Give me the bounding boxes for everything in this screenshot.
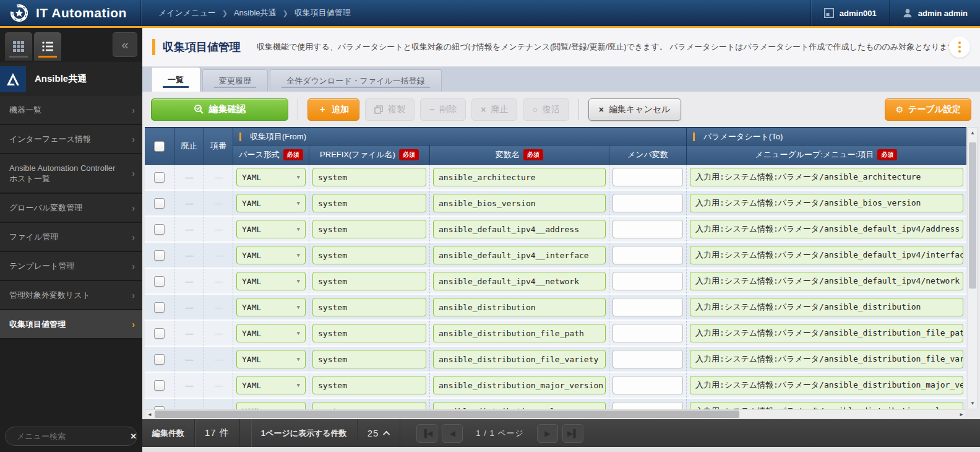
parse-format-select[interactable]: YAML ▼ — [236, 246, 306, 264]
parse-format-select[interactable]: YAML ▼ — [236, 350, 306, 368]
parse-format-select[interactable]: YAML ▼ — [236, 272, 306, 290]
row-checkbox[interactable] — [154, 302, 165, 313]
workspace-selector[interactable]: admin001 — [810, 0, 889, 26]
member-variable-input[interactable] — [612, 324, 683, 342]
parse-format-select[interactable]: YAML ▼ — [236, 324, 306, 342]
menu-search-input[interactable] — [17, 432, 126, 441]
sidebar-item[interactable]: 収集項目値管理 › — [0, 310, 142, 339]
parse-format-select[interactable]: YAML ▼ — [236, 168, 306, 186]
member-variable-input[interactable] — [612, 194, 683, 212]
parse-format-select[interactable]: YAML ▼ — [236, 194, 306, 212]
prefix-input[interactable]: system — [312, 298, 426, 316]
horizontal-scrollbar-thumb[interactable] — [155, 411, 739, 418]
member-variable-input[interactable] — [612, 168, 683, 186]
sidebar-item[interactable]: 機器一覧 › — [0, 96, 142, 125]
prefix-input[interactable]: system — [312, 402, 426, 409]
parameter-sheet-select[interactable]: 入力用:システム情報:パラメータ/ansible_default_ipv4/in… — [690, 246, 963, 264]
row-checkbox[interactable] — [154, 276, 165, 287]
parameter-sheet-select[interactable]: 入力用:システム情報:パラメータ/ansible_distribution — [690, 298, 963, 316]
parameter-sheet-select[interactable]: 入力用:システム情報:パラメータ/ansible_bios_version — [690, 194, 963, 212]
variable-name-input[interactable]: ansible_distribution — [433, 298, 606, 316]
parameter-sheet-select[interactable]: 入力用:システム情報:パラメータ/ansible_default_ipv4/ne… — [690, 272, 963, 290]
parameter-sheet-select[interactable]: 入力用:システム情報:パラメータ/ansible_architecture — [690, 168, 963, 186]
prefix-input[interactable]: system — [312, 376, 426, 394]
app-logo[interactable]: IT Automation — [0, 0, 140, 26]
variable-name-input[interactable]: ansible_distribution_file_path — [433, 324, 606, 342]
breadcrumb-ansible-common[interactable]: Ansible共通 — [234, 7, 277, 19]
content-tab[interactable]: 一覧 — [151, 67, 200, 92]
scroll-right-icon[interactable]: ► — [957, 412, 966, 417]
parameter-sheet-select[interactable]: 入力用:システム情報:パラメータ/ansible_distribution_fi… — [690, 324, 963, 342]
variable-name-input[interactable]: ansible_default_ipv4__address — [433, 220, 606, 238]
page-menu-button[interactable] — [949, 37, 970, 58]
next-page-button[interactable]: ▶ — [537, 424, 558, 443]
member-variable-input[interactable] — [612, 350, 683, 368]
parameter-sheet-select[interactable]: 入力用:システム情報:パラメータ/ansible_distribution_re… — [690, 402, 963, 409]
select-all-checkbox[interactable] — [154, 141, 165, 152]
variable-name-input[interactable]: ansible_default_ipv4__interface — [433, 246, 606, 264]
content-tab[interactable]: 変更履歴 — [202, 69, 268, 92]
parse-format-select[interactable]: YAML ▼ — [236, 298, 306, 316]
horizontal-scrollbar[interactable]: ◄ ► — [145, 409, 966, 419]
variable-name-input[interactable]: ansible_distribution_file_variety — [433, 350, 606, 368]
variable-name-input[interactable]: ansible_default_ipv4__network — [433, 272, 606, 290]
member-variable-input[interactable] — [612, 376, 683, 394]
sidebar-item[interactable]: 管理対象外変数リスト › — [0, 281, 142, 310]
sidebar-collapse-button[interactable]: « — [113, 32, 137, 57]
member-variable-input[interactable] — [612, 246, 683, 264]
scroll-down-icon[interactable]: ▼ — [968, 401, 977, 406]
variable-name-input[interactable]: ansible_distribution_major_version — [433, 376, 606, 394]
edit-cancel-button[interactable]: × 編集キャンセル — [588, 98, 681, 121]
table-settings-button[interactable]: ⚙ テーブル設定 — [885, 98, 971, 121]
prefix-input[interactable]: system — [312, 272, 426, 290]
vertical-scrollbar-thumb[interactable] — [969, 142, 976, 289]
last-page-button[interactable]: ▶▌ — [562, 424, 583, 443]
sidebar-item[interactable]: テンプレート管理 › — [0, 252, 142, 281]
menu-group-view-tab[interactable] — [5, 32, 32, 61]
prefix-input[interactable]: system — [312, 246, 426, 264]
variable-name-input[interactable]: ansible_distribution_release — [433, 402, 606, 409]
row-checkbox[interactable] — [154, 172, 165, 183]
sidebar-item[interactable]: Ansible Automation Controller ホスト一覧 › — [0, 154, 142, 194]
scroll-left-icon[interactable]: ◄ — [145, 412, 154, 417]
prefix-input[interactable]: system — [312, 220, 426, 238]
collapse-chevrons-icon: « — [121, 38, 128, 52]
row-checkbox[interactable] — [154, 250, 165, 261]
member-variable-input[interactable] — [612, 402, 683, 409]
first-page-button[interactable]: ▐◀ — [416, 424, 437, 443]
menu-list-view-tab[interactable] — [34, 32, 61, 61]
user-menu[interactable]: admin admin — [889, 0, 980, 26]
breadcrumb-main-menu[interactable]: メインメニュー — [158, 7, 216, 19]
prefix-input[interactable]: system — [312, 324, 426, 342]
content-tab[interactable]: 全件ダウンロード・ファイル一括登録 — [270, 69, 442, 92]
sidebar-item[interactable]: インターフェース情報 › — [0, 125, 142, 154]
parse-format-select[interactable]: YAML ▼ — [236, 220, 306, 238]
row-checkbox[interactable] — [154, 198, 165, 209]
member-variable-input[interactable] — [612, 298, 683, 316]
row-checkbox[interactable] — [154, 224, 165, 235]
sidebar-item[interactable]: グローバル変数管理 › — [0, 194, 142, 223]
per-page-select[interactable]: 25 — [358, 419, 401, 447]
scroll-up-icon[interactable]: ▲ — [968, 130, 977, 136]
sidebar-item[interactable]: ファイル管理 › — [0, 223, 142, 252]
row-checkbox[interactable] — [154, 380, 165, 391]
vertical-scrollbar[interactable]: ▲ ▼ — [968, 127, 978, 409]
prefix-input[interactable]: system — [312, 194, 426, 212]
parameter-sheet-select[interactable]: 入力用:システム情報:パラメータ/ansible_distribution_fi… — [690, 350, 963, 368]
prefix-input[interactable]: system — [312, 350, 426, 368]
add-button[interactable]: ＋ 追加 — [307, 98, 359, 121]
previous-page-button[interactable]: ◀ — [442, 424, 463, 443]
row-checkbox[interactable] — [154, 328, 165, 339]
row-checkbox[interactable] — [154, 354, 165, 365]
prefix-input[interactable]: system — [312, 168, 426, 186]
parse-format-select[interactable]: YAML ▼ — [236, 402, 306, 409]
edit-confirm-button[interactable]: 編集確認 — [151, 98, 288, 121]
member-variable-input[interactable] — [612, 272, 683, 290]
parameter-sheet-select[interactable]: 入力用:システム情報:パラメータ/ansible_distribution_ma… — [690, 376, 963, 394]
member-variable-input[interactable] — [612, 220, 683, 238]
variable-name-input[interactable]: ansible_architecture — [433, 168, 606, 186]
variable-name-input[interactable]: ansible_bios_version — [433, 194, 606, 212]
parse-format-select[interactable]: YAML ▼ — [236, 376, 306, 394]
clear-search-icon[interactable]: × — [131, 432, 136, 441]
parameter-sheet-select[interactable]: 入力用:システム情報:パラメータ/ansible_default_ipv4/ad… — [690, 220, 963, 238]
